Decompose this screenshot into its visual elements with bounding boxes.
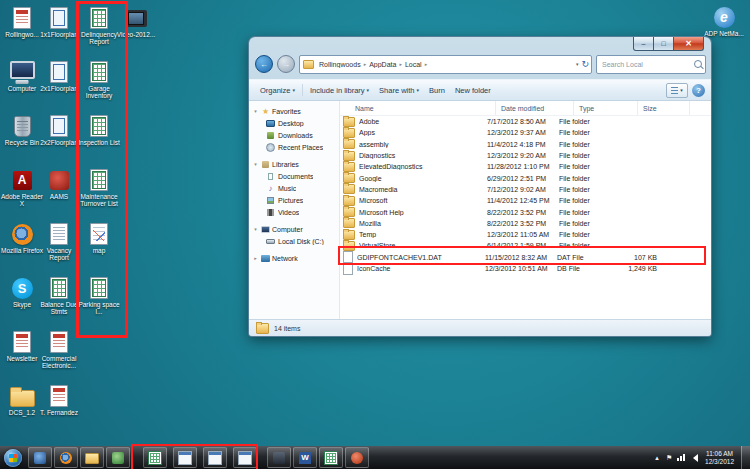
desktop-icon-1x1floorplan[interactable]: 1x1Floorplan	[38, 6, 80, 60]
file-row-google[interactable]: Google6/29/2012 2:51 PMFile folder	[340, 172, 711, 183]
change-view-button[interactable]: ▾	[666, 83, 688, 98]
desktop-icon-recycle-bin[interactable]: Recycle Bin	[1, 114, 43, 168]
app-blue-taskbar-button[interactable]	[28, 447, 52, 468]
desktop-icon-garage-inventory[interactable]: Garage Inventory	[78, 60, 120, 114]
nav-item-downloads[interactable]: Downloads	[249, 129, 339, 141]
minimize-button[interactable]: –	[633, 37, 654, 51]
desktop-icon-computer[interactable]: Computer	[1, 60, 43, 114]
column-header-size[interactable]: Size	[638, 101, 690, 115]
breadcrumb-item-appdata[interactable]: AppData	[367, 61, 398, 68]
nav-item-label: Music	[278, 185, 296, 192]
blueprint-icon	[50, 61, 68, 83]
desktop-icon-aams[interactable]: AAMS	[38, 168, 80, 222]
nav-item-favorites[interactable]: ▾Favorites	[249, 105, 339, 117]
collapse-icon[interactable]: ▾	[252, 226, 259, 232]
desktop-icon-vacancy-report[interactable]: Vacancy Report	[38, 222, 80, 276]
collapse-icon[interactable]: ▾	[252, 108, 259, 114]
file-row-iconcache[interactable]: IconCache12/3/2012 10:51 AMDB File1,249 …	[340, 263, 711, 274]
column-header-type[interactable]: Type	[574, 101, 638, 115]
desktop-icon-skype[interactable]: Skype	[1, 276, 43, 330]
toolbar-share-with-button[interactable]: Share with▾	[374, 84, 424, 97]
desktop-icon-parking-space-l[interactable]: Parking space l...	[78, 276, 120, 330]
desktop-icon-video-2012[interactable]: Video-2012...	[115, 6, 157, 60]
desktop-icon-commercial-electronic[interactable]: Commercial Electronic...	[38, 330, 80, 384]
file-type: File folder	[559, 209, 617, 216]
file-row-adobe[interactable]: Adobe7/17/2012 8:50 AMFile folder	[340, 116, 711, 127]
file-row-temp[interactable]: Temp12/3/2012 11:05 AMFile folder	[340, 229, 711, 240]
maximize-button[interactable]: □	[654, 37, 673, 51]
app-window-taskbar-button[interactable]	[173, 447, 197, 468]
nav-item-computer[interactable]: ▾Computer	[249, 223, 339, 235]
file-row-microsoft-help[interactable]: Microsoft Help8/22/2012 3:52 PMFile fold…	[340, 206, 711, 217]
nav-item-desktop[interactable]: Desktop	[249, 117, 339, 129]
word-taskbar-button[interactable]	[293, 447, 317, 468]
desktop-icon-2x2floorplan[interactable]: 2x2Floorplan	[38, 114, 80, 168]
collapse-icon[interactable]: ▾	[252, 161, 259, 167]
firefox-taskbar-button[interactable]	[54, 447, 78, 468]
nav-item-network[interactable]: ▸Network	[249, 252, 339, 264]
app-window-taskbar-button[interactable]	[233, 447, 257, 468]
action-center-icon[interactable]: ⚑	[664, 452, 674, 464]
help-button[interactable]: ?	[692, 84, 705, 97]
toolbar-organize-button[interactable]: Organize▾	[255, 84, 300, 97]
volume-icon[interactable]	[688, 452, 698, 464]
hidden-icons-icon[interactable]: ▴	[652, 452, 662, 464]
excel-taskbar-button[interactable]	[319, 447, 343, 468]
forward-button[interactable]: →	[277, 55, 295, 73]
back-button[interactable]: ←	[255, 55, 273, 73]
column-header-name[interactable]: Name	[340, 101, 496, 115]
search-input[interactable]	[600, 60, 694, 69]
app-dark-taskbar-button[interactable]	[267, 447, 291, 468]
app-window-taskbar-button[interactable]	[203, 447, 227, 468]
desktop-icon-newsletter[interactable]: Newsletter	[1, 330, 43, 384]
desktop-icon-maintenance-turnover-list[interactable]: Maintenance Turnover List	[78, 168, 120, 222]
desktop-icon-dcs-1-2[interactable]: DCS_1.2	[1, 384, 43, 438]
desktop-icon-2x1floorplan[interactable]: 2x1Floorplan	[38, 60, 80, 114]
desktop-icon-inspection-list[interactable]: Inspection List	[78, 114, 120, 168]
file-row-microsoft[interactable]: Microsoft11/4/2012 12:45 PMFile folder	[340, 195, 711, 206]
refresh-icon[interactable]: ↻	[581, 59, 589, 69]
desktop-icon-map[interactable]: map	[78, 222, 120, 276]
desktop-icon-rollingwo[interactable]: Rollingwo...	[1, 6, 43, 60]
nav-item-local-disk-c[interactable]: Local Disk (C:)	[249, 235, 339, 247]
desktop-icon-mozilla-firefox[interactable]: Mozilla Firefox	[1, 222, 43, 276]
app-red-taskbar-button[interactable]	[345, 447, 369, 468]
expand-icon[interactable]: ▸	[252, 255, 259, 261]
file-row-elevateddiagnostics[interactable]: ElevatedDiagnostics11/28/2012 1:10 PMFil…	[340, 161, 711, 172]
desktop-icon-delinquency-report[interactable]: Delinquency Report	[78, 6, 120, 60]
nav-item-music[interactable]: Music	[249, 182, 339, 194]
desktop-icon-t-fernandez[interactable]: T. Fernandez	[38, 384, 80, 438]
toolbar-include-in-library-button[interactable]: Include in library▾	[305, 84, 374, 97]
nav-item-videos[interactable]: Videos	[249, 206, 339, 218]
taskbar-clock[interactable]: 11:06 AM 12/3/2012	[701, 450, 738, 465]
nav-item-pictures[interactable]: Pictures	[249, 194, 339, 206]
column-header-date-modified[interactable]: Date modified	[496, 101, 574, 115]
file-row-assembly[interactable]: assembly11/4/2012 4:18 PMFile folder	[340, 139, 711, 150]
file-row-apps[interactable]: Apps12/3/2012 9:37 AMFile folder	[340, 127, 711, 138]
desktop-icon-balance-due-stmts[interactable]: Balance Due Stmts	[38, 276, 80, 330]
file-row-virtualstore[interactable]: VirtualStore6/14/2012 1:59 PMFile folder	[340, 240, 711, 251]
address-dropdown-icon[interactable]: ▾	[576, 61, 579, 67]
excel-taskbar-button[interactable]	[143, 447, 167, 468]
toolbar-burn-button[interactable]: Burn	[424, 84, 450, 97]
nav-item-recent-places[interactable]: Recent Places	[249, 141, 339, 153]
nav-item-libraries[interactable]: ▾Libraries	[249, 158, 339, 170]
address-bar[interactable]: Rollingwoods▸AppData▸Local▸ ▾ ↻	[299, 55, 592, 74]
file-row-macromedia[interactable]: Macromedia7/12/2012 9:02 AMFile folder	[340, 184, 711, 195]
nav-item-documents[interactable]: Documents	[249, 170, 339, 182]
show-desktop-button[interactable]	[741, 446, 750, 469]
file-date-modified: 8/22/2012 3:52 PM	[487, 209, 559, 216]
breadcrumb-item-local[interactable]: Local	[403, 61, 424, 68]
search-box[interactable]	[596, 55, 706, 74]
app-green-taskbar-button[interactable]	[106, 447, 130, 468]
network-icon[interactable]	[676, 452, 686, 464]
toolbar-new-folder-button[interactable]: New folder	[450, 84, 496, 97]
file-row-mozilla[interactable]: Mozilla8/22/2012 3:52 PMFile folder	[340, 218, 711, 229]
breadcrumb-item-rollingwoods[interactable]: Rollingwoods	[317, 61, 363, 68]
close-button[interactable]: ✕	[673, 37, 704, 51]
file-row-gdipfontcachev1-dat[interactable]: GDIPFONTCACHEV1.DAT11/15/2012 8:32 AMDAT…	[340, 252, 711, 263]
desktop-icon-adobe-reader-x[interactable]: Adobe Reader X	[1, 168, 43, 222]
explorer-taskbar-button[interactable]	[80, 447, 104, 468]
file-row-diagnostics[interactable]: Diagnostics12/3/2012 9:20 AMFile folder	[340, 150, 711, 161]
start-button[interactable]	[4, 449, 22, 467]
